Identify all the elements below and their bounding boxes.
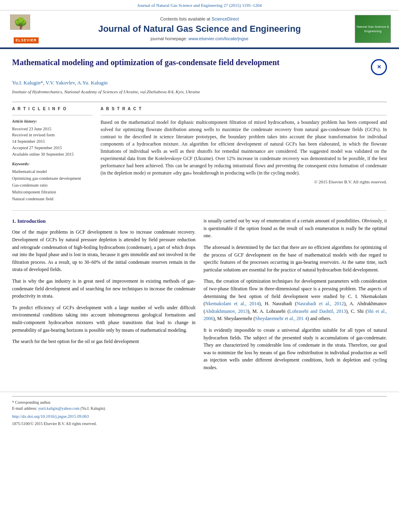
- elsevier-logo: [10, 14, 42, 37]
- ref-link-2[interactable]: Nasrabadi et al., 2012: [296, 301, 344, 306]
- footer-divider: [12, 396, 387, 397]
- intro-para-2: That is why the gas industry is in great…: [12, 277, 195, 300]
- contents-available-label: Contents lists available at ScienceDirec…: [48, 16, 351, 22]
- intro-para-1: One of the major problems in GCF develop…: [12, 228, 195, 273]
- crossmark-badge: ✕: [371, 59, 387, 75]
- email-name: (Yu.I. Kalugin).: [80, 406, 106, 411]
- info-divider: [12, 115, 93, 115]
- journal-homepage: journal homepage: www.elsevier.com/locat…: [48, 36, 351, 42]
- journal-center: Contents lists available at ScienceDirec…: [44, 16, 355, 42]
- doi-link: http://dx.doi.org/10.1016/j.jngse.2015.0…: [12, 414, 387, 420]
- intro-para-3: To predict efficiency of GCFs developmen…: [12, 304, 195, 334]
- footnote: * Corresponding author.: [12, 399, 387, 405]
- abstract-panel: A B S T R A C T Based on the mathematica…: [101, 106, 387, 203]
- intro-para-6: The aforesaid is determined by the fact …: [204, 244, 387, 273]
- keywords-section: Keywords: Mathematical model Optimizing …: [12, 161, 93, 202]
- copyright-notice: © 2015 Elsevier B.V. All rights reserved…: [101, 179, 387, 185]
- elsevier-tree-image: [10, 14, 30, 30]
- article-body: Mathematical modeling and optimization o…: [0, 49, 399, 384]
- main-content: 1. Introduction One of the major problem…: [12, 210, 387, 375]
- history-label: Article history:: [12, 119, 93, 124]
- doi-anchor[interactable]: http://dx.doi.org/10.1016/j.jngse.2015.0…: [12, 414, 89, 419]
- received-date: Received 23 June 2015: [12, 126, 93, 132]
- keyword-2: Optimizing gas-condensate development: [12, 175, 93, 182]
- section-number: 1.: [12, 218, 16, 224]
- content-col-left: 1. Introduction One of the major problem…: [12, 217, 195, 375]
- elsevier-brand-text: ELSEVIER: [14, 37, 39, 43]
- article-info-label: A R T I C L E I N F O: [12, 106, 93, 112]
- keyword-4: Multicomponent filtration: [12, 189, 93, 196]
- available-date: Available online 30 September 2015: [12, 151, 93, 158]
- footnote-star: * Corresponding author.: [12, 400, 51, 405]
- sciencedirect-link[interactable]: ScienceDirect: [212, 16, 239, 21]
- page: Journal of Natural Gas Science and Engin…: [0, 0, 399, 532]
- keyword-5: Natural condensate field: [12, 196, 93, 203]
- abstract-text: Based on the mathematical model for diph…: [101, 119, 387, 177]
- keyword-1: Mathematical model: [12, 168, 93, 175]
- ref-link-3[interactable]: Abdrakhmanov, 2013: [205, 308, 248, 314]
- content-col-right: is usually carried out by way of enumera…: [204, 217, 387, 375]
- footer: * Corresponding author. E-mail address: …: [0, 392, 399, 433]
- authors: Yu.I. Kalugin*, V.V. Yakovlev, A.Yu. Kal…: [12, 79, 387, 86]
- email-footnote: E-mail address: yurii.kaligin@yahoo.com …: [12, 405, 387, 411]
- intro-para-8: It is evidently impossible to create a u…: [204, 327, 387, 372]
- top-bar: Journal of Natural Gas Science and Engin…: [0, 0, 399, 10]
- intro-heading: 1. Introduction: [12, 217, 195, 225]
- article-info-abstract-section: A R T I C L E I N F O Article history: R…: [12, 102, 387, 203]
- section-title: Introduction: [17, 218, 46, 224]
- keywords-label: Keywords:: [12, 161, 93, 167]
- elsevier-logo-container: ELSEVIER: [8, 14, 44, 43]
- affiliation: Institute of Hydromechanics, National Ac…: [12, 89, 387, 95]
- ref-link-1[interactable]: Nkemakolam et al., 2014: [205, 301, 259, 306]
- keyword-3: Gas-condensate ratio: [12, 182, 93, 189]
- footer-copyright: 1875-5100/© 2015 Elsevier B.V. All right…: [12, 421, 387, 427]
- homepage-link[interactable]: www.elsevier.com/locate/jngse: [189, 36, 249, 41]
- email-label: E-mail address:: [12, 406, 37, 411]
- title-row: Mathematical modeling and optimization o…: [12, 57, 387, 75]
- journal-title-header: Journal of Natural Gas Science and Engin…: [48, 24, 351, 34]
- abstract-divider: [101, 115, 387, 115]
- journal-header: ELSEVIER Contents lists available at Sci…: [0, 10, 399, 48]
- ref-link-4[interactable]: Lohrasebi and Dashtil, 2013: [289, 308, 346, 314]
- journal-ref: Journal of Natural Gas Science and Engin…: [137, 3, 262, 8]
- intro-para-5: is usually carried out by way of enumera…: [204, 217, 387, 240]
- intro-para-4: The search for the best option for the o…: [12, 338, 195, 345]
- article-title: Mathematical modeling and optimization o…: [12, 57, 280, 68]
- abstract-label: A B S T R A C T: [101, 106, 387, 112]
- article-info-panel: A R T I C L E I N F O Article history: R…: [12, 106, 93, 203]
- revised-date: 14 September 2015: [12, 138, 93, 145]
- email-link[interactable]: yurii.kaligin@yahoo.com: [38, 406, 80, 411]
- accepted-date: Accepted 27 September 2015: [12, 145, 93, 151]
- revised-label: Received in revised form: [12, 132, 93, 138]
- intro-para-7: Thus, the creation of optimization techn…: [204, 277, 387, 322]
- journal-cover-image: Natural Gas Science & Engineering: [355, 15, 391, 43]
- ref-link-6[interactable]: Sheydaeemehr et al., 201 4: [255, 316, 307, 321]
